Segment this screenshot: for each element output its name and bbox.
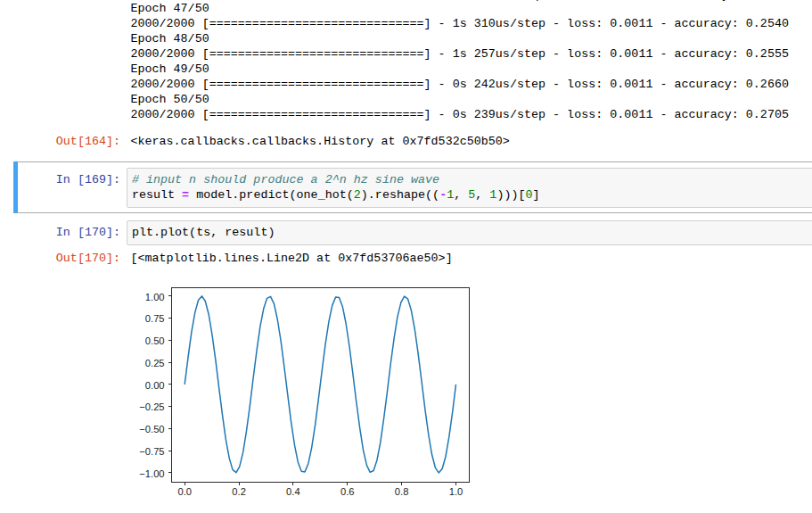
svg-text:−0.50: −0.50 <box>139 424 164 434</box>
svg-text:0.75: 0.75 <box>145 313 165 324</box>
svg-text:−0.25: −0.25 <box>139 401 164 412</box>
svg-text:0.00: 0.00 <box>145 380 165 391</box>
svg-text:1.00: 1.00 <box>145 292 165 302</box>
svg-text:0.25: 0.25 <box>145 358 165 368</box>
svg-text:0.50: 0.50 <box>145 335 165 346</box>
svg-text:0.8: 0.8 <box>395 486 409 497</box>
svg-text:−1.00: −1.00 <box>139 468 164 479</box>
svg-text:0.0: 0.0 <box>177 486 192 497</box>
svg-text:0.2: 0.2 <box>232 486 246 497</box>
svg-text:0.6: 0.6 <box>340 486 355 497</box>
svg-text:1.0: 1.0 <box>449 486 463 497</box>
svg-text:−0.75: −0.75 <box>139 446 164 457</box>
svg-text:0.4: 0.4 <box>286 486 300 497</box>
